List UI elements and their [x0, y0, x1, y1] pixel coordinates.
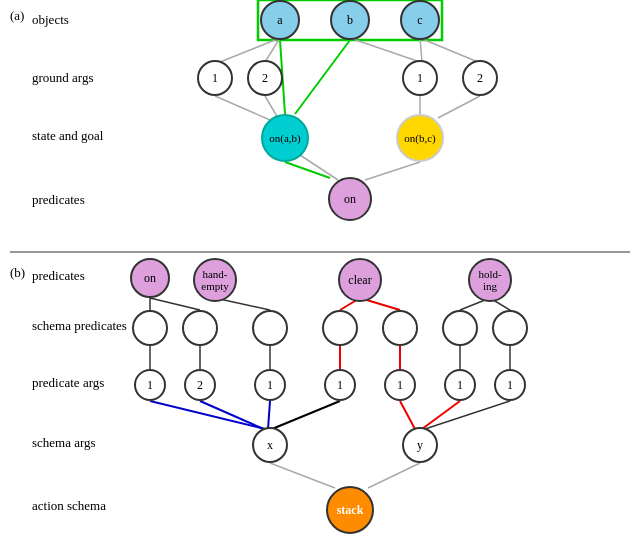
svg-line-7 [438, 96, 480, 118]
label-objects: objects [32, 12, 69, 28]
node-pa1: 1 [134, 369, 166, 401]
node-on-ab: on(a,b) [261, 114, 309, 162]
node-a-object: a [260, 0, 300, 40]
label-state-goal: state and goal [32, 128, 103, 144]
svg-line-14 [420, 38, 478, 62]
node-pa5: 1 [384, 369, 416, 401]
node-ga2: 2 [247, 60, 283, 96]
svg-line-11 [265, 38, 280, 62]
svg-line-30 [200, 401, 266, 430]
node-sa-x: x [252, 427, 288, 463]
node-sp6 [442, 310, 478, 346]
svg-line-2 [295, 40, 350, 114]
connection-lines [0, 0, 640, 560]
svg-line-35 [425, 401, 510, 429]
node-sp2 [182, 310, 218, 346]
svg-line-13 [420, 38, 422, 62]
node-on-pred-a: on [328, 177, 372, 221]
node-sp3 [252, 310, 288, 346]
node-pa6: 1 [444, 369, 476, 401]
label-schema-predicates: schema predicates [32, 318, 127, 334]
svg-line-34 [422, 401, 460, 429]
node-pa4: 1 [324, 369, 356, 401]
node-on-b: on [130, 258, 170, 298]
svg-line-9 [365, 162, 420, 180]
node-ga4: 2 [462, 60, 498, 96]
svg-line-4 [215, 96, 270, 120]
svg-line-32 [272, 401, 340, 429]
label-ground-args: ground args [32, 70, 94, 86]
label-predicates-b: predicates [32, 268, 85, 284]
label-action-schema: action schema [32, 498, 106, 514]
node-ga1: 1 [197, 60, 233, 96]
svg-line-37 [368, 463, 420, 488]
node-pa7: 1 [494, 369, 526, 401]
node-holding: hold-ing [468, 258, 512, 302]
label-predicate-args: predicate args [32, 375, 104, 391]
svg-line-29 [150, 401, 265, 429]
node-hand-empty: hand-empty [193, 258, 237, 302]
label-schema-args: schema args [32, 435, 96, 451]
node-clear: clear [338, 258, 382, 302]
node-sp1 [132, 310, 168, 346]
node-sp7 [492, 310, 528, 346]
node-sa-y: y [402, 427, 438, 463]
node-pa2: 2 [184, 369, 216, 401]
svg-line-8 [300, 155, 338, 180]
svg-line-36 [270, 463, 335, 488]
part-b-label: (b) [10, 265, 25, 281]
svg-line-10 [220, 38, 280, 62]
node-on-bc: on(b,c) [396, 114, 444, 162]
label-predicates-a: predicates [32, 192, 85, 208]
svg-line-3 [285, 162, 330, 178]
node-sp4 [322, 310, 358, 346]
part-a-label: (a) [10, 8, 24, 24]
node-pa3: 1 [254, 369, 286, 401]
node-stack: stack [326, 486, 374, 534]
node-ga3: 1 [402, 60, 438, 96]
diagram: (a) objects ground args state and goal p… [0, 0, 640, 560]
node-sp5 [382, 310, 418, 346]
node-c-object: c [400, 0, 440, 40]
svg-line-16 [150, 298, 200, 310]
svg-line-31 [268, 401, 270, 429]
node-b-object: b [330, 0, 370, 40]
svg-line-33 [400, 401, 415, 429]
svg-line-12 [350, 38, 420, 62]
